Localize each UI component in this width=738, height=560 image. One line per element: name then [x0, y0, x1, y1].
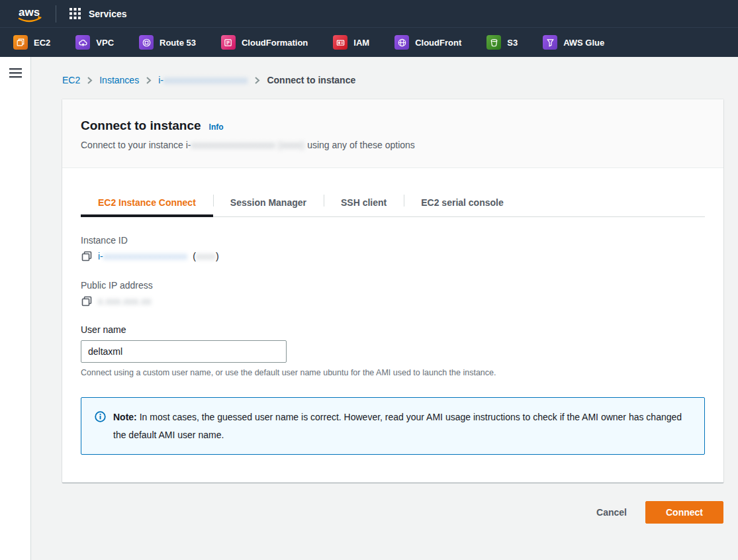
redacted-public-ip: x.xxx.xxx.xx — [98, 296, 152, 306]
card-header: Connect to instance Info Connect to your… — [62, 99, 723, 168]
favorite-cloudformation[interactable]: CloudFormation — [221, 35, 308, 50]
aws-logo[interactable]: aws — [11, 5, 49, 23]
instance-id-label: Instance ID — [81, 235, 705, 246]
favorite-vpc[interactable]: VPC — [75, 35, 114, 50]
breadcrumb-ec2[interactable]: EC2 — [62, 75, 80, 85]
favorite-label: CloudFormation — [242, 38, 308, 48]
tab-bar: EC2 Instance Connect Session Manager SSH… — [81, 189, 705, 217]
tab-ec2-serial-console[interactable]: EC2 serial console — [404, 189, 521, 217]
info-circle-icon — [95, 411, 106, 425]
footer-actions: Cancel Connect — [62, 501, 723, 533]
favorite-label: S3 — [507, 38, 518, 48]
breadcrumb-instances[interactable]: Instances — [99, 75, 139, 85]
breadcrumb-chevron-icon — [87, 76, 93, 85]
aws-glue-service-icon — [543, 35, 557, 50]
instance-id-row: i-xxxxxxxxxxxxxxxxx (xxxx) — [81, 250, 705, 262]
redacted-instance-id: xxxxxxxxxxxxxxxxx — [163, 75, 248, 85]
public-ip-label: Public IP address — [81, 280, 705, 291]
aws-console-page: aws Services — [0, 0, 738, 560]
favorite-label: IAM — [353, 38, 369, 48]
card-subtitle: Connect to your instance i-xxxxxxxxxxxxx… — [81, 140, 705, 150]
user-name-label: User name — [81, 324, 705, 335]
topnav-divider — [56, 5, 56, 23]
breadcrumb-chevron-icon — [254, 76, 260, 85]
iam-service-icon — [333, 35, 347, 50]
favorite-iam[interactable]: IAM — [333, 35, 369, 50]
content-area: EC2 Instances i-xxxxxxxxxxxxxxxxx Connec… — [0, 57, 738, 560]
main-panel: EC2 Instances i-xxxxxxxxxxxxxxxxx Connec… — [31, 57, 738, 560]
favorite-route53[interactable]: Route 53 — [139, 35, 196, 50]
instance-id-value[interactable]: i-xxxxxxxxxxxxxxxxx — [98, 251, 187, 261]
note-body: In most cases, the guessed user name is … — [113, 412, 682, 440]
user-name-helper-text: Connect using a custom user name, or use… — [81, 368, 705, 377]
favorite-cloudfront[interactable]: CloudFront — [394, 35, 461, 50]
services-menu-button[interactable]: Services — [66, 8, 131, 19]
redacted-subtitle-name: (xxxx) — [278, 140, 304, 150]
top-navbar: aws Services — [0, 0, 738, 28]
favorite-ec2[interactable]: EC2 — [13, 35, 50, 50]
copy-icon — [81, 296, 92, 306]
favorite-s3[interactable]: S3 — [486, 35, 518, 50]
tab-ssh-client[interactable]: SSH client — [324, 189, 404, 217]
info-link[interactable]: Info — [209, 122, 224, 132]
connect-card: Connect to instance Info Connect to your… — [62, 99, 723, 483]
svg-text:aws: aws — [19, 6, 40, 19]
tab-ec2-instance-connect[interactable]: EC2 Instance Connect — [81, 189, 213, 217]
copy-instance-id-button[interactable] — [81, 250, 93, 262]
services-grid-icon — [69, 8, 81, 19]
copy-icon — [81, 251, 92, 261]
cloudformation-service-icon — [221, 35, 236, 50]
connect-button[interactable]: Connect — [645, 501, 723, 524]
hamburger-icon — [9, 68, 22, 78]
s3-service-icon — [486, 35, 501, 50]
favorite-label: AWS Glue — [563, 38, 604, 48]
favorite-aws-glue[interactable]: AWS Glue — [543, 35, 604, 50]
instance-name: (xxxx) — [193, 251, 218, 261]
breadcrumb: EC2 Instances i-xxxxxxxxxxxxxxxxx Connec… — [62, 75, 723, 85]
route53-service-icon — [139, 35, 154, 50]
redacted-instance-name: xxxx — [196, 251, 216, 261]
breadcrumb-chevron-icon — [146, 76, 152, 85]
favorite-label: VPC — [96, 38, 114, 48]
note-text: Note: In most cases, the guessed user na… — [113, 408, 691, 443]
redacted-instance-id: xxxxxxxxxxxxxxxxx — [103, 251, 188, 261]
breadcrumb-current: Connect to instance — [267, 75, 355, 85]
card-body: EC2 Instance Connect Session Manager SSH… — [62, 168, 723, 483]
left-sidebar — [0, 57, 31, 560]
ec2-service-icon — [13, 35, 28, 50]
page-title: Connect to instance — [81, 118, 201, 133]
sidebar-menu-button[interactable] — [0, 66, 31, 81]
user-name-input[interactable] — [81, 340, 287, 363]
favorite-label: CloudFront — [415, 38, 461, 48]
vpc-service-icon — [75, 35, 90, 50]
public-ip-row: x.xxx.xxx.xx — [81, 295, 705, 307]
copy-public-ip-button[interactable] — [81, 295, 93, 307]
note-info-box: Note: In most cases, the guessed user na… — [81, 397, 705, 455]
favorite-label: EC2 — [34, 38, 50, 48]
favorite-label: Route 53 — [160, 38, 196, 48]
favorites-bar: EC2 VPC Route 53 — [0, 28, 738, 57]
cloudfront-service-icon — [394, 35, 409, 50]
breadcrumb-instance-id[interactable]: i-xxxxxxxxxxxxxxxxx — [158, 75, 248, 85]
redacted-subtitle-id: xxxxxxxxxxxxxxxxx — [191, 140, 276, 150]
tab-session-manager[interactable]: Session Manager — [213, 189, 324, 217]
cancel-button[interactable]: Cancel — [596, 507, 627, 518]
aws-logo-icon: aws — [16, 5, 44, 23]
note-bold-label: Note: — [113, 412, 137, 422]
services-label: Services — [89, 9, 127, 19]
